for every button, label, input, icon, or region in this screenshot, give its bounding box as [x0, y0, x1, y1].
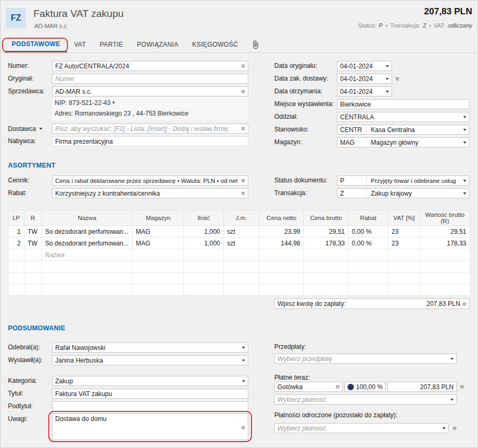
dostawca-label-combo[interactable]: Dostawca [8, 124, 42, 134]
menu-icon[interactable]: ≡ [462, 301, 466, 308]
menu-icon[interactable]: ≡ [241, 88, 245, 95]
menu-icon[interactable]: ≡ [460, 382, 464, 392]
col-cena-netto[interactable]: Cena netto [259, 210, 304, 226]
table-empty-row[interactable] [8, 261, 470, 273]
menu-icon[interactable]: ≡ [453, 423, 457, 433]
wystawil-field[interactable]: Janina Herbuska [52, 355, 248, 365]
col-magazyn[interactable]: Magazyn [133, 210, 184, 226]
tab-podstawowe[interactable]: PODSTAWOWE [5, 37, 67, 52]
table-new-row[interactable]: Nazwa [8, 249, 470, 261]
col-cena-brutto[interactable]: Cena brutto [304, 210, 349, 226]
col-jm[interactable]: J.m. [224, 210, 259, 226]
table-empty-row[interactable] [8, 284, 470, 296]
podtytul-field[interactable] [52, 401, 248, 411]
table-row[interactable]: 1 TW So dezodorant perfumowan... MAG 1,0… [8, 226, 470, 238]
payment-method-field[interactable]: Gotówka ≡ [274, 382, 343, 392]
status-dokumentu-label: Status dokumentu: [274, 175, 327, 186]
cell-lp[interactable]: 1 [8, 226, 24, 238]
cell-vat[interactable]: 23 [388, 238, 420, 249]
menu-icon[interactable]: ≡ [335, 383, 340, 390]
dostawca-placeholder: Pisz, aby wyszukać; [F2] - Lista; [Inser… [55, 125, 239, 133]
col-r[interactable]: R [24, 210, 42, 226]
kategoria-value: Zakup [55, 377, 240, 385]
cell-lp[interactable]: 2 [8, 238, 24, 249]
kategoria-field[interactable]: Zakup [52, 376, 248, 386]
menu-icon[interactable]: ≡ [241, 63, 245, 69]
col-wartosc-brutto[interactable]: Wartość brutto (R) [420, 210, 470, 226]
magazyn-field[interactable]: MAG Magazyn główny [337, 137, 470, 147]
uwagi-field[interactable]: Dostawa do domu ≡ [52, 414, 248, 440]
cell-wartosc-brutto[interactable]: 29,51 [420, 226, 470, 238]
cennik-field[interactable]: Cena i rabat deklarowane przez sprzedawc… [52, 175, 248, 186]
cennik-label: Cennik: [8, 175, 30, 186]
tab-powiazania[interactable]: POWIĄZANIA [130, 37, 185, 52]
cell-r[interactable]: TW [24, 226, 42, 238]
cell-cena-netto[interactable]: 23,99 [259, 226, 304, 238]
transaction-label: Transakcja: [390, 22, 420, 29]
cell-vat[interactable]: 23 [388, 226, 420, 238]
cell-jm[interactable]: szt [224, 226, 259, 238]
oryginal-field[interactable]: Numer [52, 74, 248, 84]
tab-partie[interactable]: PARTIE [93, 37, 130, 52]
przedplaty-placeholder: Wybierz przedpłatę [277, 355, 448, 363]
payment-amount-field[interactable]: 207,83 PLN [387, 382, 457, 392]
amount-to-pay-field[interactable]: Wpisz kwotę do zapłaty: 207,83 PLN ≡ [274, 298, 470, 309]
tab-vat[interactable]: VAT [67, 37, 92, 52]
table-row[interactable]: 2 TW So dezodorant perfumowan... MAG 1,0… [8, 238, 470, 249]
cell-magazyn[interactable]: MAG [133, 226, 184, 238]
table-empty-row[interactable] [8, 273, 470, 284]
data-oryginalu-label: Data oryginału: [274, 61, 317, 71]
cell-rabat[interactable]: 0,00 % [349, 238, 388, 249]
cell-wartosc-brutto[interactable]: 178,33 [420, 238, 470, 249]
nabywca-field[interactable]: Firma prezentacyjna [52, 136, 248, 146]
vat-value: odliczany [448, 22, 472, 29]
cell-cena-netto[interactable]: 144,98 [259, 238, 304, 249]
col-rabat[interactable]: Rabat [349, 210, 388, 226]
numer-field[interactable]: FZ Auto/CENTRALA/2024 ≡ [52, 61, 248, 71]
payment-select-field[interactable]: Wybierz płatność [274, 394, 457, 405]
payment-percent-field[interactable]: 100,00 % [344, 382, 386, 392]
page-subtitle: AD-MAR s.c. [34, 23, 68, 29]
menu-icon[interactable]: ≡ [395, 74, 399, 84]
cell-r[interactable]: TW [24, 238, 42, 249]
przedplaty-field[interactable]: Wybierz przedpłatę [274, 354, 457, 364]
rabat-field[interactable]: Korzystniejszy z kontrahenta/cennika ≡ [52, 188, 248, 198]
dostawca-field[interactable]: Pisz, aby wyszukać; [F2] - Lista; [Inser… [52, 124, 248, 134]
miejsce-wystawienia-field[interactable]: Bierkowice [337, 99, 470, 109]
col-nazwa[interactable]: Nazwa [42, 210, 133, 226]
transakcja-code: Z [340, 189, 367, 198]
dropdown-arrow-icon [386, 78, 389, 80]
cell-rabat[interactable]: 0,00 % [349, 226, 388, 238]
data-oryginalu-field[interactable]: 04-01-2024 [337, 61, 392, 71]
deferred-payment-field[interactable]: Wybierz płatność [274, 423, 449, 433]
data-zak-dostawy-field[interactable]: 04-01-2024 [337, 74, 392, 84]
tytul-field[interactable]: Faktura VAT zakupu [52, 389, 248, 399]
cell-ilosc[interactable]: 1,000 [184, 238, 224, 249]
menu-icon[interactable]: ≡ [241, 190, 245, 197]
cell-cena-brutto[interactable]: 29,51 [304, 226, 349, 238]
status-dokumentu-field[interactable]: P Przyjęty towar i odebrane usług [337, 175, 470, 186]
col-lp[interactable]: LP [8, 210, 24, 226]
oddzial-field[interactable]: CENTRALA [337, 112, 470, 122]
sprzedawca-field[interactable]: AD-MAR s.c. ≡ [52, 86, 248, 96]
cell-jm[interactable]: szt [224, 238, 259, 249]
cell-cena-brutto[interactable]: 178,33 [304, 238, 349, 249]
col-ilosc[interactable]: Ilość [184, 210, 224, 226]
odebral-field[interactable]: Rafał Nawojowski [52, 342, 248, 353]
cell-ilosc[interactable]: 1,000 [184, 226, 224, 238]
menu-icon[interactable]: ≡ [241, 177, 245, 184]
przedplaty-label: Przedpłaty: [274, 342, 306, 352]
cell-nazwa[interactable]: So dezodorant perfumowan... [42, 238, 133, 249]
data-otrzymania-field[interactable]: 04-01-2024 [337, 86, 392, 96]
transakcja-field[interactable]: Z Zakup krajowy [337, 188, 470, 198]
cell-magazyn[interactable]: MAG [133, 238, 184, 249]
cell-nazwa[interactable]: So dezodorant perfumowan... [42, 226, 133, 238]
stanowisko-field[interactable]: CENTR Kasa Centralna [337, 125, 470, 135]
menu-icon[interactable]: ≡ [241, 424, 245, 431]
tab-ksiegowosc[interactable]: KSIĘGOWOŚĆ [185, 37, 245, 52]
menu-icon[interactable]: ≡ [241, 125, 245, 132]
attachments-paperclip-icon[interactable] [251, 37, 259, 52]
data-oryginalu-value: 04-01-2024 [340, 63, 384, 70]
tytul-label: Tytuł: [8, 389, 23, 399]
col-vat[interactable]: VAT [%] [388, 210, 420, 226]
